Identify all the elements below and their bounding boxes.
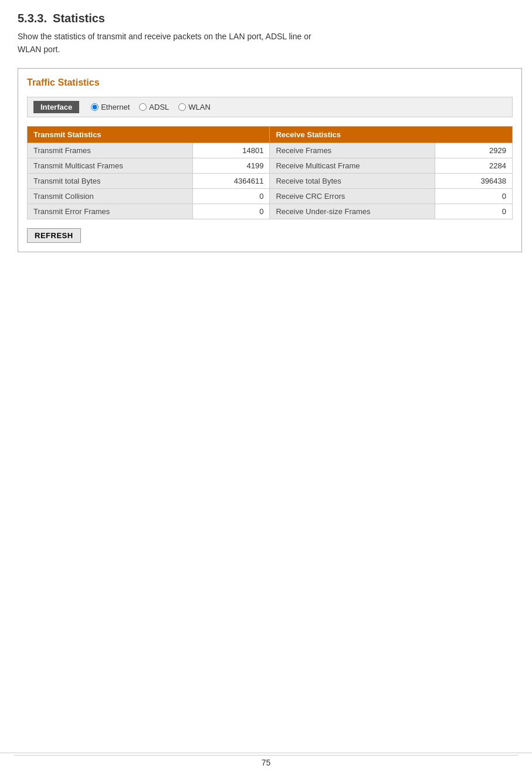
tx-label: Transmit total Bytes <box>28 173 193 188</box>
traffic-statistics-title: Traffic Statistics <box>27 77 513 88</box>
tx-label: Transmit Multicast Frames <box>28 158 193 173</box>
rx-value: 2284 <box>435 158 513 173</box>
rx-label: Receive Multicast Frame <box>270 158 435 173</box>
rx-value: 2929 <box>435 143 513 158</box>
rx-label: Receive Frames <box>270 143 435 158</box>
table-row: Transmit Collision 0 Receive CRC Errors … <box>28 188 513 204</box>
section-number: 5.3.3. <box>18 12 47 25</box>
page-number: 75 <box>0 753 532 767</box>
transmit-header: Transmit Statistics <box>28 126 270 143</box>
table-row: Transmit Frames 14801 Receive Frames 292… <box>28 143 513 158</box>
refresh-button[interactable]: REFRESH <box>27 228 81 243</box>
interface-row: Interface Ethernet ADSL WLAN <box>27 97 513 117</box>
rx-label: Receive CRC Errors <box>270 188 435 204</box>
rx-label: Receive Under-size Frames <box>270 204 435 219</box>
tx-label: Transmit Frames <box>28 143 193 158</box>
tx-value: 4364611 <box>192 173 270 188</box>
traffic-statistics-box: Traffic Statistics Interface Ethernet AD… <box>18 68 522 252</box>
interface-label: Interface <box>33 101 79 113</box>
tx-value: 4199 <box>192 158 270 173</box>
page-title: Statistics <box>53 12 105 25</box>
rx-label: Receive total Bytes <box>270 173 435 188</box>
table-row: Transmit total Bytes 4364611 Receive tot… <box>28 173 513 188</box>
radio-adsl[interactable]: ADSL <box>139 103 169 111</box>
receive-header: Receive Statistics <box>270 126 513 143</box>
tx-value: 14801 <box>192 143 270 158</box>
table-row: Transmit Error Frames 0 Receive Under-si… <box>28 204 513 219</box>
radio-wlan[interactable]: WLAN <box>178 103 211 111</box>
radio-ethernet[interactable]: Ethernet <box>91 103 130 111</box>
tx-label: Transmit Collision <box>28 188 193 204</box>
tx-value: 0 <box>192 188 270 204</box>
statistics-table: Transmit Statistics Receive Statistics T… <box>27 126 513 219</box>
rx-value: 0 <box>435 204 513 219</box>
tx-value: 0 <box>192 204 270 219</box>
interface-radio-group: Ethernet ADSL WLAN <box>91 103 211 111</box>
tx-label: Transmit Error Frames <box>28 204 193 219</box>
rx-value: 396438 <box>435 173 513 188</box>
page-description: Show the statistics of transmit and rece… <box>18 30 514 56</box>
table-row: Transmit Multicast Frames 4199 Receive M… <box>28 158 513 173</box>
rx-value: 0 <box>435 188 513 204</box>
